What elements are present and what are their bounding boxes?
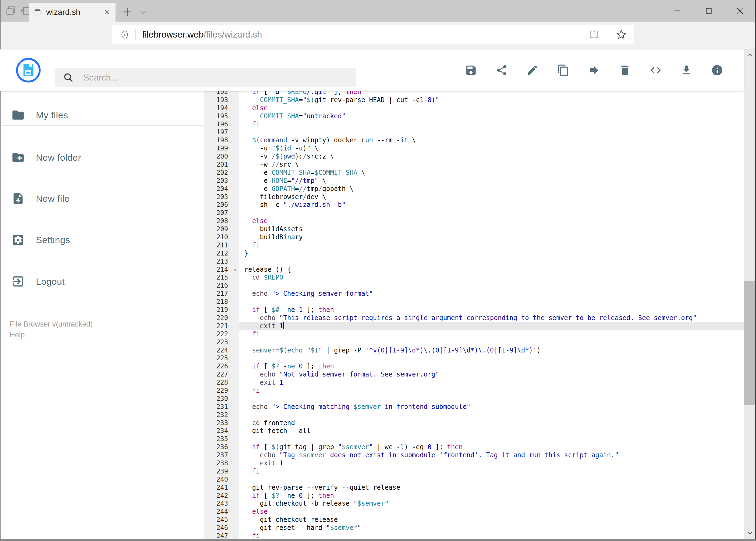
code-line-text[interactable]: semver=$(echo "$1" | grep -P '^v(0|[1-9]…	[239, 346, 744, 355]
sidebar-item-settings[interactable]: Settings	[0, 232, 204, 248]
code-line-text[interactable]: git reset --hard "$semver"	[239, 524, 744, 532]
code-editor[interactable]: 192 if [ -d "$REPO/.git" ]; then193 COMM…	[204, 91, 744, 541]
code-line-text[interactable]: }	[239, 250, 744, 258]
code-line-text[interactable]: if [ $# -ne 1 ]; then	[239, 306, 744, 314]
code-line-text[interactable]: $(command -v winpty) docker run --rm -it…	[239, 136, 744, 145]
code-line-text[interactable]: if [ $? -ne 0 ]; then	[239, 492, 744, 500]
code-line-text[interactable]: if [ -d "$REPO/.git" ]; then	[239, 91, 744, 96]
save-icon[interactable]	[465, 64, 477, 76]
code-line-text[interactable]	[239, 209, 744, 217]
code-line-text[interactable]	[239, 395, 744, 403]
code-line-text[interactable]: -e COMMIT_SHA=$COMMIT_SHA \	[239, 169, 744, 177]
code-line-text[interactable]: else	[239, 508, 744, 516]
sidebar-item-new-file[interactable]: New file	[0, 191, 204, 207]
code-line-text[interactable]: exit 1	[239, 322, 744, 330]
code-line-text[interactable]: -w //src \	[239, 161, 744, 169]
code-line-text[interactable]	[239, 258, 744, 266]
fold-arrow-icon[interactable]: ▾	[234, 266, 237, 274]
code-line-text[interactable]: filebrowser/dev \	[239, 193, 744, 201]
code-line-text[interactable]: echo "This release script requires a sin…	[239, 314, 744, 322]
share-icon[interactable]	[496, 64, 508, 76]
code-line-text[interactable]: -e HOME="//tmp" \	[239, 177, 744, 185]
sidebar-item-my-files[interactable]: My files	[0, 107, 204, 123]
scroll-down-icon[interactable]	[745, 530, 754, 536]
tab-preview-icon[interactable]	[5, 5, 17, 17]
code-line-text[interactable]: COMMIT_SHA="untracked"	[239, 112, 744, 121]
code-line-text[interactable]: else	[239, 217, 744, 225]
code-line-text[interactable]	[239, 338, 744, 346]
code-line-text[interactable]: COMMIT_SHA="$(git rev-parse HEAD | cut -…	[239, 96, 744, 104]
code-line-text[interactable]: git checkout release	[239, 516, 744, 524]
code-line-text[interactable]: fi	[239, 121, 744, 129]
tab-close-icon[interactable]	[104, 9, 111, 16]
move-icon[interactable]	[588, 64, 600, 76]
code-line-text[interactable]: fi	[239, 387, 744, 395]
help-link[interactable]: Help	[10, 329, 93, 340]
code-line-text[interactable]	[239, 476, 744, 484]
filebrowser-logo[interactable]	[15, 57, 41, 83]
sidebar-item-new-folder[interactable]: New folder	[0, 149, 204, 166]
code-line-text[interactable]	[239, 354, 744, 362]
code-line-text[interactable]: if [ $? -ne 0 ]; then	[239, 362, 744, 370]
code-line-text[interactable]: release () {	[239, 266, 744, 274]
editor-line-205: 205 filebrowser/dev \	[204, 193, 744, 201]
tab-list-chevron-icon[interactable]	[138, 8, 148, 16]
code-line-text[interactable]: echo "> Checking semver format"	[239, 290, 744, 298]
code-icon[interactable]	[649, 64, 662, 76]
code-line-text[interactable]: git rev-parse --verify --quiet release	[239, 484, 744, 492]
editor-line-208: 208 else	[204, 217, 744, 225]
code-line-text[interactable]	[239, 298, 744, 306]
site-info-icon[interactable]	[120, 30, 129, 39]
code-line-text[interactable]	[239, 411, 744, 419]
code-line-text[interactable]: buildAssets	[239, 225, 744, 234]
code-line-text[interactable]: fi	[239, 467, 744, 476]
info-icon[interactable]	[711, 64, 723, 76]
edit-icon[interactable]	[526, 64, 539, 76]
code-line-text[interactable]: fi	[239, 242, 744, 250]
code-line-text[interactable]: cd $REPO	[239, 273, 744, 282]
copy-icon[interactable]	[557, 64, 570, 76]
delete-icon[interactable]	[619, 64, 631, 76]
app-version: File Browser v(untracked)	[10, 319, 93, 329]
code-line-text[interactable]: sh -c "./wizard.sh -b"	[239, 201, 744, 209]
gutter-line-number: 215	[204, 273, 239, 282]
address-bar[interactable]: filebrowser.web/files/wizard.sh	[112, 25, 635, 44]
scrollbar-thumb[interactable]	[744, 281, 756, 405]
indent-guide	[252, 451, 252, 459]
window-close-button[interactable]	[732, 4, 747, 18]
search-input[interactable]	[84, 73, 326, 83]
code-line-text[interactable]: echo "Tag $semver does not exist in subm…	[239, 451, 744, 459]
code-line-text[interactable]: echo "Not valid semver format. See semve…	[239, 370, 744, 379]
code-line-text[interactable]: -v /$(pwd):/src:z \	[239, 153, 744, 161]
code-line-text[interactable]: exit 1	[239, 379, 744, 387]
gutter-line-number: 236	[204, 443, 239, 451]
scroll-up-icon[interactable]	[745, 52, 754, 58]
code-line-text[interactable]	[239, 128, 744, 136]
code-line-text[interactable]: if [ $(git tag | grep "$semver" | wc -l)…	[239, 443, 744, 451]
code-line-text[interactable]: fi	[239, 330, 744, 338]
browser-tab[interactable]: wizard.sh	[29, 3, 116, 22]
code-line-text[interactable]: exit 1	[239, 459, 744, 467]
search-bar[interactable]	[55, 68, 356, 87]
code-line-text[interactable]: else	[239, 104, 744, 112]
add-favorite-star-icon[interactable]	[616, 29, 627, 40]
code-line-text[interactable]: -e GOPATH=//tmp/gopath \	[239, 185, 744, 193]
page-scrollbar[interactable]	[744, 49, 756, 541]
code-line-text[interactable]: buildBinary	[239, 234, 744, 242]
editor-line-204: 204 -e GOPATH=//tmp/gopath \	[204, 185, 744, 193]
download-icon[interactable]	[680, 64, 692, 76]
window-maximize-button[interactable]	[701, 4, 716, 18]
code-line-text[interactable]: fi	[239, 532, 744, 540]
code-line-text[interactable]: cd frontend	[239, 419, 744, 427]
window-minimize-button[interactable]	[669, 4, 684, 18]
search-icon	[63, 72, 74, 83]
code-line-text[interactable]: echo "> Checking matching $semver in fro…	[239, 403, 744, 411]
code-line-text[interactable]: git fetch --all	[239, 427, 744, 435]
gutter-line-number: 206	[204, 201, 239, 209]
code-line-text[interactable]	[239, 282, 744, 290]
code-line-text[interactable]: git checkout -b release "$semver"	[239, 500, 744, 508]
new-tab-icon[interactable]	[122, 6, 133, 18]
code-line-text[interactable]: -u "$(id -u)" \	[239, 145, 744, 153]
sidebar-item-logout[interactable]: Logout	[0, 273, 204, 289]
code-line-text[interactable]	[239, 435, 744, 443]
